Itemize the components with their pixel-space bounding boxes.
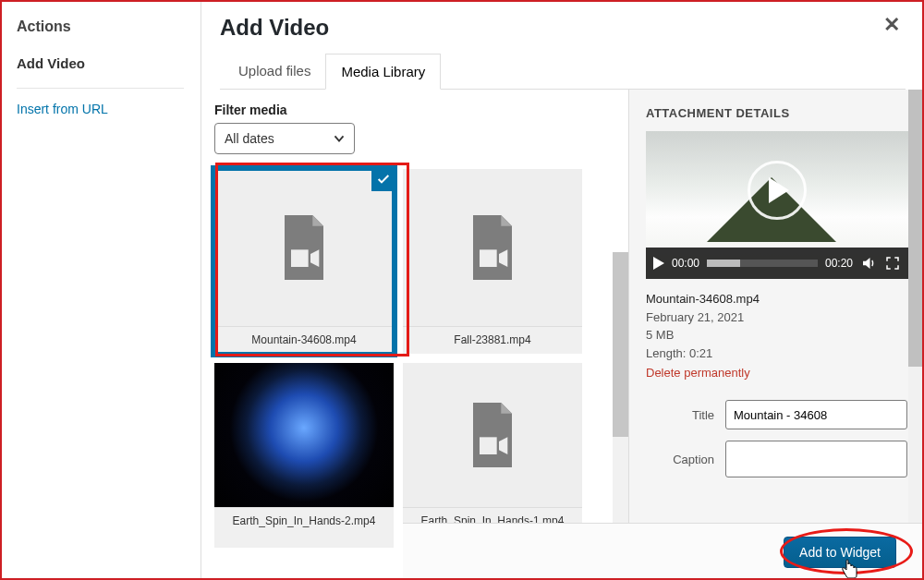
video-file-icon (467, 403, 518, 467)
media-filename: Fall-23881.mp4 (403, 326, 582, 354)
details-scrollbar[interactable] (908, 90, 924, 580)
sidebar-divider (17, 88, 184, 89)
svg-rect-1 (480, 249, 497, 267)
caption-field-label: Caption (646, 453, 714, 466)
earth-image-icon (214, 363, 394, 507)
attachment-details-heading: ATTACHMENT DETAILS (646, 106, 907, 120)
attachment-length: Length: 0:21 (646, 344, 907, 363)
media-thumbnail (403, 363, 582, 507)
delete-permanently-link[interactable]: Delete permanently (646, 366, 750, 380)
sidebar-item-add-video[interactable]: Add Video (17, 48, 184, 84)
video-file-icon (278, 215, 330, 280)
duration-time: 00:20 (825, 257, 853, 270)
play-overlay-button[interactable] (748, 161, 807, 220)
selected-check-icon (371, 167, 395, 191)
play-icon (769, 177, 789, 203)
filter-date-select[interactable]: All dates (214, 123, 355, 154)
tab-media-library[interactable]: Media Library (325, 54, 441, 90)
svg-rect-2 (480, 437, 497, 454)
close-icon[interactable]: ✕ (883, 13, 900, 37)
media-thumbnail (214, 169, 394, 326)
seek-bar[interactable] (707, 260, 818, 267)
tab-upload-files[interactable]: Upload files (224, 54, 325, 89)
attachment-filename: Mountain-34608.mp4 (646, 290, 907, 308)
video-preview[interactable]: 00:00 00:20 (646, 131, 908, 279)
media-thumbnail (403, 169, 582, 326)
media-filename: Mountain-34608.mp4 (214, 326, 394, 354)
insert-from-url-link[interactable]: Insert from URL (17, 102, 108, 116)
media-item[interactable]: Fall-23881.mp4 (403, 169, 582, 354)
media-item[interactable]: Earth_Spin_In_Hands-1.mp4 (403, 363, 582, 548)
media-thumbnail (214, 363, 394, 507)
title-field[interactable] (725, 400, 907, 429)
fullscreen-icon[interactable] (884, 255, 901, 272)
add-to-widget-button[interactable]: Add to Widget (784, 537, 896, 568)
media-filename: Earth_Spin_In_Hands-2.mp4 (214, 507, 394, 548)
attachment-date: February 21, 2021 (646, 308, 907, 327)
volume-icon[interactable] (860, 255, 877, 272)
title-field-label: Title (646, 408, 714, 422)
attachment-size: 5 MB (646, 326, 907, 344)
video-file-icon (467, 215, 518, 280)
sidebar-heading: Actions (17, 18, 184, 35)
svg-rect-0 (291, 249, 309, 267)
caption-field[interactable] (725, 441, 907, 477)
filter-media-label: Filter media (214, 103, 623, 117)
page-title: Add Video (220, 15, 906, 41)
video-controls: 00:00 00:20 (646, 248, 908, 279)
current-time: 00:00 (672, 257, 699, 270)
media-item[interactable]: Mountain-34608.mp4 (214, 169, 394, 354)
media-item[interactable]: Earth_Spin_In_Hands-2.mp4 (214, 363, 394, 548)
play-button[interactable] (653, 257, 664, 270)
